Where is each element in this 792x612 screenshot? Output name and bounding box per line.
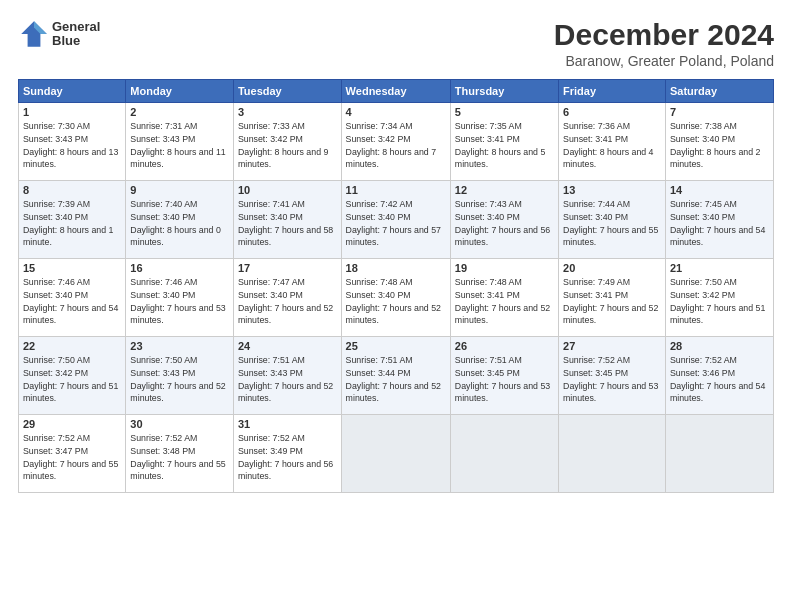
day-info: Sunrise: 7:50 AMSunset: 3:43 PMDaylight:… bbox=[130, 355, 225, 403]
day-number: 22 bbox=[23, 340, 121, 352]
day-info: Sunrise: 7:48 AMSunset: 3:40 PMDaylight:… bbox=[346, 277, 441, 325]
header: General Blue December 2024 Baranow, Grea… bbox=[18, 18, 774, 69]
main-title: December 2024 bbox=[554, 18, 774, 51]
subtitle: Baranow, Greater Poland, Poland bbox=[554, 53, 774, 69]
header-monday: Monday bbox=[126, 80, 234, 103]
header-friday: Friday bbox=[559, 80, 666, 103]
title-block: December 2024 Baranow, Greater Poland, P… bbox=[554, 18, 774, 69]
day-number: 29 bbox=[23, 418, 121, 430]
day-info: Sunrise: 7:42 AMSunset: 3:40 PMDaylight:… bbox=[346, 199, 441, 247]
day-info: Sunrise: 7:41 AMSunset: 3:40 PMDaylight:… bbox=[238, 199, 333, 247]
calendar-cell: 10 Sunrise: 7:41 AMSunset: 3:40 PMDaylig… bbox=[233, 181, 341, 259]
day-number: 13 bbox=[563, 184, 661, 196]
day-info: Sunrise: 7:50 AMSunset: 3:42 PMDaylight:… bbox=[670, 277, 765, 325]
day-number: 30 bbox=[130, 418, 229, 430]
calendar-cell bbox=[665, 415, 773, 493]
calendar-cell: 18 Sunrise: 7:48 AMSunset: 3:40 PMDaylig… bbox=[341, 259, 450, 337]
calendar-cell: 7 Sunrise: 7:38 AMSunset: 3:40 PMDayligh… bbox=[665, 103, 773, 181]
day-info: Sunrise: 7:38 AMSunset: 3:40 PMDaylight:… bbox=[670, 121, 760, 169]
header-thursday: Thursday bbox=[450, 80, 558, 103]
calendar-cell: 29 Sunrise: 7:52 AMSunset: 3:47 PMDaylig… bbox=[19, 415, 126, 493]
calendar-cell: 4 Sunrise: 7:34 AMSunset: 3:42 PMDayligh… bbox=[341, 103, 450, 181]
day-number: 10 bbox=[238, 184, 337, 196]
day-number: 14 bbox=[670, 184, 769, 196]
day-info: Sunrise: 7:51 AMSunset: 3:43 PMDaylight:… bbox=[238, 355, 333, 403]
calendar-week-1: 1 Sunrise: 7:30 AMSunset: 3:43 PMDayligh… bbox=[19, 103, 774, 181]
calendar-week-2: 8 Sunrise: 7:39 AMSunset: 3:40 PMDayligh… bbox=[19, 181, 774, 259]
day-number: 4 bbox=[346, 106, 446, 118]
calendar-cell: 6 Sunrise: 7:36 AMSunset: 3:41 PMDayligh… bbox=[559, 103, 666, 181]
calendar-cell: 27 Sunrise: 7:52 AMSunset: 3:45 PMDaylig… bbox=[559, 337, 666, 415]
day-number: 27 bbox=[563, 340, 661, 352]
day-info: Sunrise: 7:45 AMSunset: 3:40 PMDaylight:… bbox=[670, 199, 765, 247]
calendar-cell: 9 Sunrise: 7:40 AMSunset: 3:40 PMDayligh… bbox=[126, 181, 234, 259]
calendar-cell bbox=[341, 415, 450, 493]
logo-icon bbox=[18, 18, 50, 50]
calendar-cell: 23 Sunrise: 7:50 AMSunset: 3:43 PMDaylig… bbox=[126, 337, 234, 415]
day-info: Sunrise: 7:33 AMSunset: 3:42 PMDaylight:… bbox=[238, 121, 328, 169]
calendar-cell: 13 Sunrise: 7:44 AMSunset: 3:40 PMDaylig… bbox=[559, 181, 666, 259]
calendar-cell: 8 Sunrise: 7:39 AMSunset: 3:40 PMDayligh… bbox=[19, 181, 126, 259]
calendar-table: SundayMondayTuesdayWednesdayThursdayFrid… bbox=[18, 79, 774, 493]
day-info: Sunrise: 7:36 AMSunset: 3:41 PMDaylight:… bbox=[563, 121, 653, 169]
day-info: Sunrise: 7:39 AMSunset: 3:40 PMDaylight:… bbox=[23, 199, 113, 247]
day-number: 1 bbox=[23, 106, 121, 118]
calendar-cell: 1 Sunrise: 7:30 AMSunset: 3:43 PMDayligh… bbox=[19, 103, 126, 181]
day-number: 28 bbox=[670, 340, 769, 352]
header-saturday: Saturday bbox=[665, 80, 773, 103]
day-info: Sunrise: 7:49 AMSunset: 3:41 PMDaylight:… bbox=[563, 277, 658, 325]
calendar-cell: 24 Sunrise: 7:51 AMSunset: 3:43 PMDaylig… bbox=[233, 337, 341, 415]
day-number: 24 bbox=[238, 340, 337, 352]
day-info: Sunrise: 7:51 AMSunset: 3:45 PMDaylight:… bbox=[455, 355, 550, 403]
day-number: 25 bbox=[346, 340, 446, 352]
page: General Blue December 2024 Baranow, Grea… bbox=[0, 0, 792, 612]
day-info: Sunrise: 7:47 AMSunset: 3:40 PMDaylight:… bbox=[238, 277, 333, 325]
day-number: 20 bbox=[563, 262, 661, 274]
calendar-week-5: 29 Sunrise: 7:52 AMSunset: 3:47 PMDaylig… bbox=[19, 415, 774, 493]
day-number: 18 bbox=[346, 262, 446, 274]
day-info: Sunrise: 7:52 AMSunset: 3:45 PMDaylight:… bbox=[563, 355, 658, 403]
day-number: 23 bbox=[130, 340, 229, 352]
calendar-cell: 21 Sunrise: 7:50 AMSunset: 3:42 PMDaylig… bbox=[665, 259, 773, 337]
day-number: 11 bbox=[346, 184, 446, 196]
calendar-cell: 26 Sunrise: 7:51 AMSunset: 3:45 PMDaylig… bbox=[450, 337, 558, 415]
day-info: Sunrise: 7:31 AMSunset: 3:43 PMDaylight:… bbox=[130, 121, 225, 169]
day-number: 17 bbox=[238, 262, 337, 274]
day-info: Sunrise: 7:46 AMSunset: 3:40 PMDaylight:… bbox=[23, 277, 118, 325]
calendar-cell: 14 Sunrise: 7:45 AMSunset: 3:40 PMDaylig… bbox=[665, 181, 773, 259]
day-info: Sunrise: 7:35 AMSunset: 3:41 PMDaylight:… bbox=[455, 121, 545, 169]
calendar-cell: 17 Sunrise: 7:47 AMSunset: 3:40 PMDaylig… bbox=[233, 259, 341, 337]
day-info: Sunrise: 7:52 AMSunset: 3:47 PMDaylight:… bbox=[23, 433, 118, 481]
day-number: 9 bbox=[130, 184, 229, 196]
day-info: Sunrise: 7:52 AMSunset: 3:48 PMDaylight:… bbox=[130, 433, 225, 481]
day-info: Sunrise: 7:50 AMSunset: 3:42 PMDaylight:… bbox=[23, 355, 118, 403]
day-info: Sunrise: 7:30 AMSunset: 3:43 PMDaylight:… bbox=[23, 121, 118, 169]
calendar-cell: 12 Sunrise: 7:43 AMSunset: 3:40 PMDaylig… bbox=[450, 181, 558, 259]
day-info: Sunrise: 7:52 AMSunset: 3:49 PMDaylight:… bbox=[238, 433, 333, 481]
day-number: 7 bbox=[670, 106, 769, 118]
day-info: Sunrise: 7:43 AMSunset: 3:40 PMDaylight:… bbox=[455, 199, 550, 247]
calendar-cell: 20 Sunrise: 7:49 AMSunset: 3:41 PMDaylig… bbox=[559, 259, 666, 337]
day-number: 2 bbox=[130, 106, 229, 118]
calendar-cell: 25 Sunrise: 7:51 AMSunset: 3:44 PMDaylig… bbox=[341, 337, 450, 415]
day-info: Sunrise: 7:46 AMSunset: 3:40 PMDaylight:… bbox=[130, 277, 225, 325]
day-number: 31 bbox=[238, 418, 337, 430]
calendar-week-4: 22 Sunrise: 7:50 AMSunset: 3:42 PMDaylig… bbox=[19, 337, 774, 415]
logo-text: General Blue bbox=[52, 20, 100, 49]
day-info: Sunrise: 7:52 AMSunset: 3:46 PMDaylight:… bbox=[670, 355, 765, 403]
header-tuesday: Tuesday bbox=[233, 80, 341, 103]
day-number: 3 bbox=[238, 106, 337, 118]
day-info: Sunrise: 7:40 AMSunset: 3:40 PMDaylight:… bbox=[130, 199, 220, 247]
calendar-cell: 30 Sunrise: 7:52 AMSunset: 3:48 PMDaylig… bbox=[126, 415, 234, 493]
day-number: 15 bbox=[23, 262, 121, 274]
calendar-cell: 19 Sunrise: 7:48 AMSunset: 3:41 PMDaylig… bbox=[450, 259, 558, 337]
day-number: 8 bbox=[23, 184, 121, 196]
calendar-cell bbox=[450, 415, 558, 493]
calendar-week-3: 15 Sunrise: 7:46 AMSunset: 3:40 PMDaylig… bbox=[19, 259, 774, 337]
calendar-cell: 15 Sunrise: 7:46 AMSunset: 3:40 PMDaylig… bbox=[19, 259, 126, 337]
calendar-cell: 5 Sunrise: 7:35 AMSunset: 3:41 PMDayligh… bbox=[450, 103, 558, 181]
day-number: 21 bbox=[670, 262, 769, 274]
day-number: 26 bbox=[455, 340, 554, 352]
day-info: Sunrise: 7:34 AMSunset: 3:42 PMDaylight:… bbox=[346, 121, 436, 169]
day-number: 19 bbox=[455, 262, 554, 274]
